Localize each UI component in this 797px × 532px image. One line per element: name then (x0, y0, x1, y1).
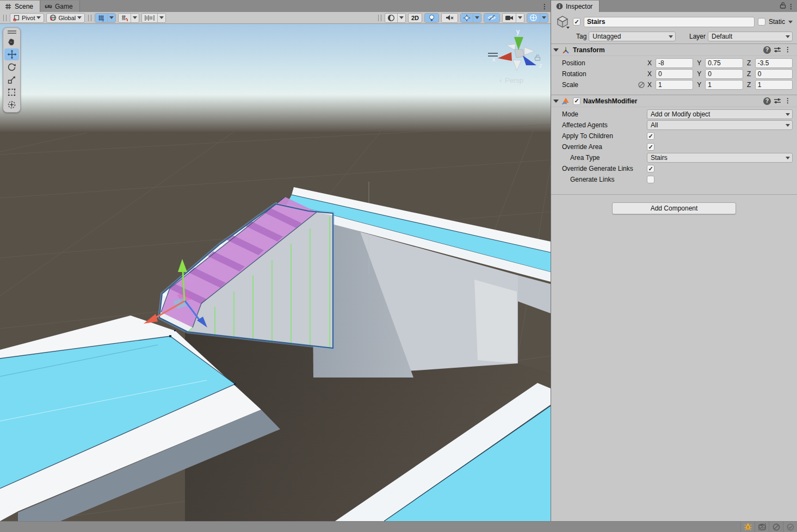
apply-to-children-checkbox[interactable] (647, 132, 654, 140)
gameobject-enabled-checkbox[interactable] (573, 18, 580, 26)
collab-offline-icon[interactable] (769, 522, 783, 532)
scale-x-field[interactable]: 1 (656, 80, 693, 90)
rotation-y-field[interactable]: 0 (705, 69, 743, 79)
position-label[interactable]: Position (551, 59, 647, 67)
presets-icon[interactable] (774, 46, 781, 53)
rect-tool-button[interactable] (4, 86, 19, 98)
add-component-button[interactable]: Add Component (612, 202, 736, 214)
tab-game[interactable]: Game (40, 1, 80, 12)
persp-chevron-icon: ‹ (499, 76, 502, 84)
navmeshmodifier-enabled-checkbox[interactable] (573, 97, 580, 105)
debug-bug-icon[interactable] (740, 522, 755, 532)
transform-header[interactable]: Transform ? ⋮ (551, 44, 797, 56)
gizmos-toggle[interactable] (527, 14, 540, 22)
mode-row: Mode Add or Modify object (551, 109, 793, 120)
static-label: Static (769, 18, 785, 26)
tag-dropdown[interactable]: Untagged (589, 32, 676, 41)
static-checkbox[interactable] (758, 18, 765, 26)
progress-check-icon[interactable] (783, 522, 797, 532)
snap-toggle[interactable] (119, 14, 131, 22)
navmeshmodifier-header[interactable]: NavMeshModifier ? ⋮ (551, 95, 797, 107)
inspector-lock-icon[interactable] (780, 2, 786, 10)
rect-icon (7, 88, 16, 97)
audio-toggle[interactable] (442, 14, 458, 22)
navmeshmodifier-menu-icon[interactable]: ⋮ (784, 96, 792, 105)
camera-icon (505, 15, 514, 21)
static-caret-icon[interactable] (788, 21, 793, 23)
position-x-field[interactable]: -8 (656, 58, 693, 68)
toolbar-drag-handle-icon[interactable] (378, 15, 381, 21)
transform-title: Transform (573, 46, 605, 54)
tab-scene[interactable]: Scene (0, 1, 40, 12)
draw-mode-button[interactable] (385, 14, 397, 22)
snap-increment-toggle[interactable] (142, 14, 157, 22)
scene-panel-menu-icon[interactable]: ⋮ (541, 2, 548, 11)
rotation-z-field[interactable]: 0 (755, 69, 793, 79)
gameobject-name-field[interactable]: Stairs (584, 17, 755, 27)
toolbar-drag-handle-icon[interactable] (3, 15, 7, 21)
draw-mode-caret[interactable] (397, 14, 405, 22)
camera-caret[interactable] (516, 14, 524, 22)
toolbar-drag-handle-icon[interactable] (88, 15, 91, 21)
affected-agents-dropdown[interactable]: All (647, 120, 793, 130)
horizon-fog (0, 95, 551, 133)
cache-server-disconnected-icon[interactable] (755, 522, 769, 532)
hand-tool-button[interactable] (4, 36, 19, 48)
axis-z-label: z (539, 62, 542, 69)
tab-inspector[interactable]: Inspector (551, 1, 600, 12)
global-label: Global (58, 15, 76, 21)
global-caret-icon (77, 16, 82, 19)
presets-icon[interactable] (774, 97, 781, 104)
draw-mode-group (385, 13, 406, 23)
effects-caret[interactable] (473, 14, 481, 22)
gizmos-caret[interactable] (540, 14, 548, 22)
orientation-overlay-menu-icon[interactable] (488, 51, 498, 58)
lighting-toggle[interactable] (425, 14, 438, 22)
generate-links-checkbox[interactable] (647, 176, 654, 183)
transform-tool-button[interactable] (4, 98, 19, 110)
scale-y-field[interactable]: 1 (705, 80, 743, 90)
grid-visibility-caret[interactable] (107, 14, 115, 22)
rotation-label[interactable]: Rotation (551, 70, 647, 78)
sky (0, 24, 551, 95)
gameobject-cube-icon[interactable] (555, 15, 570, 29)
transform-menu-icon[interactable]: ⋮ (784, 45, 792, 54)
layer-dropdown[interactable]: Default (708, 32, 793, 41)
override-generate-links-checkbox[interactable] (647, 165, 654, 172)
orientation-lock-icon[interactable] (534, 54, 541, 63)
help-icon[interactable]: ? (763, 46, 771, 54)
scene-viewport[interactable]: y x z ‹ Persp (0, 24, 551, 521)
mode-dropdown[interactable]: Add or Modify object (647, 109, 793, 119)
help-icon[interactable]: ? (763, 97, 771, 105)
axis-z-letter: Z (746, 59, 752, 67)
snap-caret[interactable] (131, 14, 139, 22)
position-z-field[interactable]: -3.5 (755, 58, 793, 68)
scale-label[interactable]: Scale (551, 81, 647, 89)
foldout-icon[interactable] (553, 100, 559, 103)
position-y-field[interactable]: 0.75 (705, 58, 743, 68)
2d-toggle[interactable]: 2D (408, 13, 422, 23)
effects-toggle[interactable] (461, 14, 473, 22)
scale-tool-button[interactable] (4, 73, 19, 85)
info-icon (555, 3, 563, 10)
snap-increment-caret[interactable] (157, 14, 165, 22)
scale-link-toggle[interactable] (636, 81, 647, 89)
scale-z-field[interactable]: 1 (755, 80, 793, 90)
orientation-cube[interactable] (515, 50, 524, 58)
gamepad-icon (45, 3, 52, 10)
inspector-menu-icon[interactable]: ⋮ (787, 2, 795, 11)
wall-pillar-lit[interactable] (474, 280, 517, 363)
global-mode-button[interactable]: Global (46, 13, 85, 23)
foldout-icon[interactable] (553, 48, 559, 52)
override-area-checkbox[interactable] (647, 143, 654, 151)
move-tool-button[interactable] (4, 48, 19, 60)
area-type-dropdown[interactable]: Stairs (647, 153, 793, 163)
pivot-mode-button[interactable]: Pivot (10, 13, 44, 23)
add-component-area: Add Component (551, 194, 797, 214)
hidden-objects-toggle[interactable] (484, 14, 499, 22)
rotate-tool-button[interactable] (4, 61, 19, 73)
rotation-x-field[interactable]: 0 (656, 69, 693, 79)
grid-visibility-toggle[interactable]: y (95, 14, 107, 22)
tools-drag-handle-icon[interactable] (4, 29, 19, 35)
camera-settings-button[interactable] (503, 14, 516, 22)
